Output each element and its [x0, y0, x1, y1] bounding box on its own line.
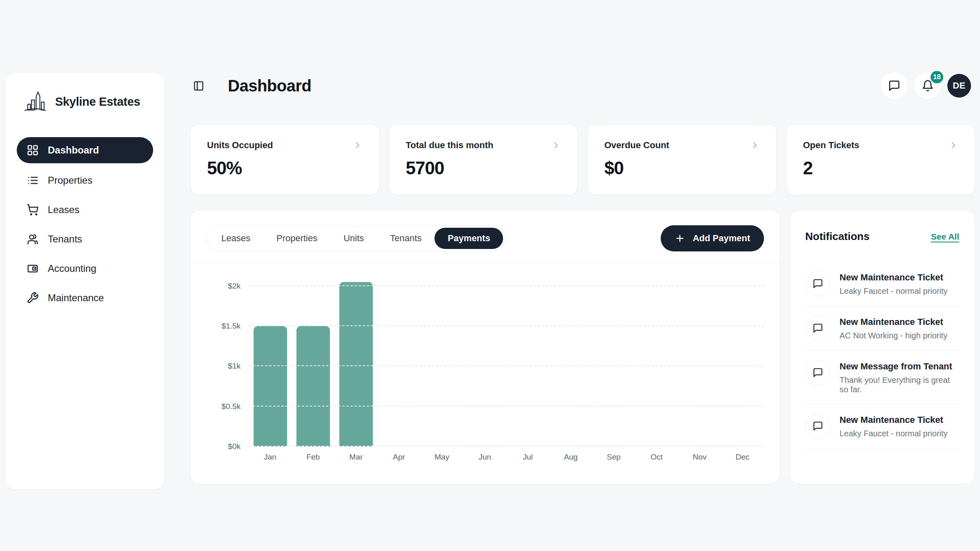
- sidebar-nav: DashboardPropertiesLeasesTenantsAccounti…: [17, 137, 153, 310]
- notification-item[interactable]: New Message from Tenant Thank you! Every…: [805, 351, 960, 404]
- x-tick-label: Sep: [592, 453, 635, 462]
- tab-group: LeasesPropertiesUnitsTenantsPayments: [206, 225, 506, 251]
- notifications-header: Notifications See All: [790, 211, 975, 243]
- chart-y-axis: $0k$0.5k$1k$1.5k$2k: [191, 283, 245, 447]
- stat-value: 2: [803, 158, 959, 178]
- notification-item[interactable]: New Maintenance Ticket AC Not Working - …: [805, 306, 960, 351]
- notification-title: New Maintenance Ticket: [840, 413, 948, 425]
- stat-card-top: Open Tickets: [803, 140, 959, 151]
- x-tick-label: Jan: [249, 453, 292, 462]
- bar-slot-may: [421, 283, 463, 447]
- notifications-list: New Maintenance Ticket Leaky Faucet - no…: [805, 262, 960, 471]
- chart-bars: [249, 283, 764, 447]
- notification-text: New Message from Tenant Thank you! Every…: [840, 360, 960, 394]
- tab-leases[interactable]: Leases: [208, 228, 263, 249]
- x-tick-label: Nov: [678, 453, 721, 462]
- avatar[interactable]: DE: [947, 74, 971, 98]
- tab-tenants[interactable]: Tenants: [377, 228, 434, 249]
- stat-label: Overdue Count: [604, 140, 669, 151]
- bar-slot-oct: [635, 283, 678, 447]
- cart-icon: [27, 204, 39, 216]
- stat-cards-row: Units Occupied 50% Total due this month …: [190, 124, 975, 195]
- sidebar-item-leases[interactable]: Leases: [17, 198, 153, 222]
- sidebar-item-maintenance[interactable]: Maintenance: [17, 286, 153, 310]
- notification-item[interactable]: New Maintenance Ticket Leaky Faucet - no…: [805, 404, 960, 449]
- stat-label: Open Tickets: [803, 140, 860, 151]
- header: Dashboard 18 DE: [190, 69, 975, 102]
- chat-bubble-icon: [813, 421, 823, 431]
- sidebar-item-label: Dashboard: [48, 144, 99, 156]
- stat-card-top: Units Occupied: [207, 140, 363, 151]
- gridline: [249, 285, 764, 286]
- notification-icon-circle: [805, 315, 831, 341]
- skyline-logo-icon: [22, 89, 48, 114]
- notifications-panel: Notifications See All New Maintenance Ti…: [790, 210, 975, 484]
- chat-bubble-icon: [888, 80, 900, 92]
- tab-units[interactable]: Units: [330, 228, 377, 249]
- x-tick-label: Jun: [463, 453, 506, 462]
- sidebar-item-properties[interactable]: Properties: [17, 168, 153, 193]
- stat-value: $0: [604, 158, 760, 178]
- sidebar-toggle-button[interactable]: [190, 78, 207, 94]
- gridline: [249, 365, 764, 366]
- gridline: [249, 446, 764, 447]
- chevron-right-icon: [353, 140, 363, 150]
- sidebar-item-tenants[interactable]: Tenants: [17, 227, 153, 251]
- notifications-title: Notifications: [805, 230, 869, 243]
- sidebar-item-dashboard[interactable]: Dashboard: [17, 137, 153, 163]
- bar-jan[interactable]: [254, 326, 287, 447]
- dashboard-page: Skyline Estates DashboardPropertiesLease…: [0, 0, 980, 551]
- notification-count-badge: 18: [929, 70, 944, 84]
- brand: Skyline Estates: [17, 89, 153, 114]
- tab-properties[interactable]: Properties: [263, 228, 330, 249]
- tab-payments[interactable]: Payments: [434, 228, 503, 249]
- notification-subtitle: AC Not Working - high priority: [840, 331, 947, 340]
- payments-panel: LeasesPropertiesUnitsTenantsPayments Add…: [190, 210, 780, 484]
- page-title: Dashboard: [228, 77, 311, 95]
- payments-bar-chart: $0k$0.5k$1k$1.5k$2k JanFebMarAprMayJunJu…: [191, 264, 780, 484]
- x-tick-label: Mar: [334, 453, 377, 462]
- stat-card[interactable]: Total due this month 5700: [389, 124, 578, 195]
- stat-card[interactable]: Open Tickets 2: [786, 124, 976, 195]
- see-all-link[interactable]: See All: [931, 232, 959, 242]
- bar-slot-dec: [721, 283, 764, 447]
- gridline: [249, 325, 764, 326]
- bar-slot-jun: [463, 283, 506, 447]
- notification-item[interactable]: New Maintenance Ticket Leaky Faucet - no…: [805, 262, 960, 306]
- chart-x-axis: JanFebMarAprMayJunJulAugSepOctNovDec: [249, 453, 764, 462]
- sidebar-item-accounting[interactable]: Accounting: [17, 256, 153, 281]
- bar-feb[interactable]: [296, 326, 330, 447]
- chat-bubble-icon: [813, 367, 823, 378]
- notification-title: New Message from Tenant: [840, 360, 960, 372]
- stat-card[interactable]: Overdue Count $0: [588, 124, 777, 195]
- add-payment-button[interactable]: Add Payment: [661, 225, 764, 251]
- chat-bubble-icon: [813, 278, 823, 289]
- notification-icon-circle: [805, 413, 831, 439]
- notification-text: New Maintenance Ticket Leaky Faucet - no…: [840, 413, 948, 439]
- bar-mar[interactable]: [339, 282, 373, 447]
- stat-value: 5700: [406, 158, 561, 178]
- wrench-icon: [27, 292, 39, 304]
- notification-item-partial: [805, 449, 960, 471]
- y-tick-label: $1.5k: [222, 322, 241, 331]
- messages-button[interactable]: [880, 72, 908, 100]
- plus-icon: [675, 233, 685, 244]
- sidebar-item-label: Properties: [48, 175, 92, 186]
- x-tick-label: Aug: [549, 453, 592, 462]
- chevron-right-icon: [551, 140, 561, 150]
- grid-icon: [27, 144, 39, 156]
- sidebar: Skyline Estates DashboardPropertiesLease…: [5, 72, 165, 490]
- stat-card[interactable]: Units Occupied 50%: [190, 124, 379, 195]
- stat-card-top: Overdue Count: [604, 140, 760, 151]
- notification-icon-circle: [805, 458, 831, 471]
- sidebar-item-label: Accounting: [48, 263, 96, 274]
- bar-slot-apr: [378, 283, 421, 447]
- notification-subtitle: Thank you! Everything is great so far.: [840, 375, 960, 394]
- notification-subtitle: Leaky Faucet - normal priority: [840, 287, 948, 296]
- chart-plot-area: [249, 283, 764, 447]
- stat-label: Units Occupied: [207, 140, 273, 151]
- list-icon: [27, 174, 39, 187]
- wallet-icon: [27, 262, 39, 275]
- bar-slot-mar: [334, 283, 377, 447]
- notifications-button[interactable]: 18: [914, 72, 942, 100]
